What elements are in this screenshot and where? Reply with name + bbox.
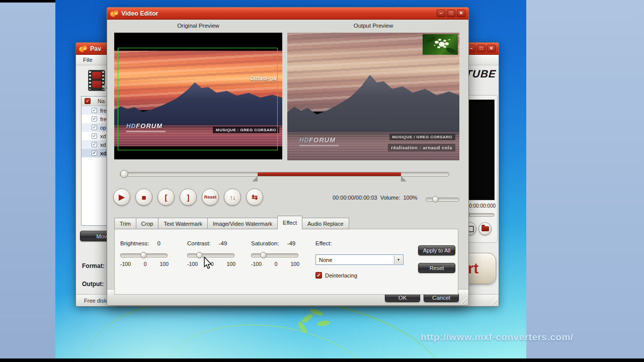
preview-seekbar[interactable] (464, 213, 495, 217)
deinterlacing-label: Deinterlacing (325, 273, 357, 279)
apply-to-all-button[interactable]: Apply to All (418, 245, 455, 255)
saturation-group: Saturation: -49 -100 0 100 (251, 240, 299, 267)
logo-subtitle-bar (299, 145, 339, 146)
tab-crop[interactable]: Crop (136, 218, 158, 229)
slider-thumb[interactable] (140, 252, 147, 258)
contrast-value: -49 (219, 240, 227, 246)
tab-audio-replace[interactable]: Audio Replace (302, 218, 349, 229)
trim-start-button[interactable]: [ (157, 189, 175, 206)
swap-button[interactable]: ⇆ (246, 189, 263, 206)
flower-leaf (445, 47, 456, 54)
flip-vertical-button[interactable]: ↑↓ (224, 189, 241, 206)
select-all-checkbox[interactable]: ✓ (85, 98, 91, 104)
trim-start-marker[interactable] (252, 176, 258, 182)
trim-end-marker[interactable] (401, 176, 407, 182)
file-name: op (100, 125, 106, 131)
saturation-label: Saturation: (251, 240, 279, 246)
file-name: fre (100, 108, 107, 114)
resize-grip[interactable] (460, 297, 467, 304)
tab-effect[interactable]: Effect (277, 216, 302, 229)
crop-selection-rect[interactable] (118, 48, 278, 150)
output-preview: HDFORUM MUSIQUE / GREG CORSARO réalisati… (287, 33, 459, 160)
row-checkbox[interactable]: ✓ (92, 133, 97, 139)
effect-dropdown[interactable]: None ▼ (315, 254, 404, 265)
menu-file[interactable]: File (83, 57, 93, 63)
reset-trim-button[interactable]: Reset (202, 189, 219, 206)
forum-logo-part: FORUM (309, 136, 336, 144)
hdforum-logo: HDFORUM (299, 135, 339, 146)
scale-max: 100 (226, 261, 235, 267)
preview-time: 0:00:00:000 (469, 203, 496, 209)
flower-leaf (425, 35, 436, 44)
volume-value: 100% (403, 195, 417, 201)
add-video-button[interactable]: + (88, 70, 105, 91)
text-watermark: réalisation : arnaud cola (388, 144, 455, 151)
dialog-title: Video Editor (121, 10, 158, 17)
scale-zero: 0 (275, 261, 278, 267)
main-window-title: Pav (90, 45, 101, 52)
chevron-down-icon[interactable]: ▼ (394, 255, 403, 264)
seek-thumb[interactable] (120, 170, 128, 178)
volume-thumb[interactable] (432, 196, 439, 203)
free-disk-text: Free disk (84, 298, 107, 304)
tab-trim[interactable]: Trim (114, 218, 136, 229)
playback-controls: ▶ ■ [ ] Reset ↑↓ ⇆ (113, 189, 263, 206)
app-logo-icon (110, 10, 118, 18)
file-name: fre (100, 116, 107, 122)
volume-label: Volume: (380, 195, 400, 201)
film-strip-icon (92, 81, 101, 88)
deinterlacing-checkbox[interactable]: ✓ (315, 272, 322, 279)
row-checkbox[interactable]: ✓ (92, 108, 97, 113)
scale-max: 100 (290, 261, 299, 267)
app-logo-icon (79, 45, 87, 53)
original-preview: Diffusé pa HDFORUM MUSIQUE : GREG CORSAR… (114, 33, 282, 159)
letterbox-strip (0, 358, 644, 362)
format-label: Format: (82, 262, 105, 269)
dialog-titlebar[interactable]: Video Editor – □ ✕ (107, 8, 468, 20)
row-checkbox[interactable]: ✓ (92, 125, 97, 130)
time-volume-readout: 00:00:00/00:00:03 Volume: 100% (333, 195, 418, 201)
contrast-label: Contrast: (187, 240, 211, 246)
saturation-slider[interactable] (251, 253, 298, 257)
play-button[interactable]: ▶ (113, 189, 130, 206)
trim-end-button[interactable]: ] (180, 189, 197, 206)
minimize-icon[interactable]: – (437, 10, 445, 17)
output-label: Output: (82, 281, 104, 288)
playback-seekbar[interactable] (120, 172, 449, 176)
scale-max: 100 (159, 261, 169, 267)
stop-button[interactable]: ■ (135, 189, 152, 206)
maximize-icon[interactable]: □ (447, 10, 455, 17)
brightness-group: Brightness: 0 -100 0 100 (120, 240, 169, 267)
scale-zero: 0 (144, 261, 147, 267)
open-folder-button[interactable] (478, 222, 492, 235)
tab-image-video-watermark[interactable]: Image/Video Watermark (207, 218, 277, 229)
brightness-slider[interactable] (120, 253, 168, 257)
effect-select-group: Effect: None ▼ ✓ Deinterlacing (315, 240, 406, 279)
maximize-icon[interactable]: □ (477, 45, 486, 52)
slider-thumb[interactable] (260, 252, 267, 258)
editor-tabs: Trim Crop Text Watermark Image/Video Wat… (114, 216, 349, 229)
time-display: 00:00:00/00:00:03 (333, 195, 377, 201)
bracket-open-icon: [ (165, 193, 168, 202)
folder-icon (481, 226, 489, 231)
row-checkbox[interactable]: ✓ (92, 142, 97, 147)
file-name: xd (100, 150, 107, 156)
output-preview-label: Output Preview (287, 23, 459, 29)
trim-range-highlight (258, 172, 401, 176)
close-icon[interactable]: ✕ (487, 45, 496, 52)
tab-text-watermark[interactable]: Text Watermark (158, 218, 207, 229)
slider-thumb[interactable] (196, 252, 203, 258)
file-name: xd (100, 142, 106, 148)
pavtube-logo-text: TUBE (465, 68, 497, 80)
play-icon: ▶ (119, 193, 125, 202)
video-editor-dialog: Video Editor – □ ✕ Original Preview Outp… (107, 7, 469, 306)
row-checkbox[interactable]: ✓ (92, 116, 97, 122)
reset-label: Reset (204, 195, 217, 200)
bracket-close-icon: ] (187, 193, 190, 202)
preview-screen (464, 100, 495, 200)
reset-button[interactable]: Reset (418, 263, 455, 273)
effect-panel: Brightness: 0 -100 0 100 Contrast: -49 (114, 229, 458, 295)
row-checkbox[interactable]: ✓ (92, 150, 97, 156)
close-icon[interactable]: ✕ (457, 10, 465, 17)
volume-slider[interactable] (426, 198, 459, 202)
